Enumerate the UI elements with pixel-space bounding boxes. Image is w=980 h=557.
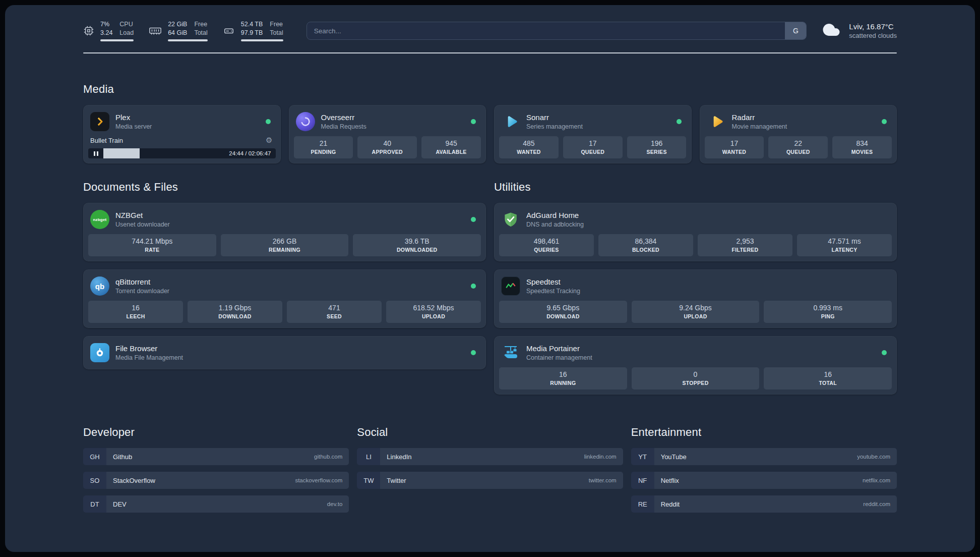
stat-tile: 498,461 QUERIES — [499, 234, 594, 256]
service-name[interactable]: File Browser — [115, 344, 183, 353]
bookmark-domain: linkedin.com — [584, 454, 617, 460]
search-input[interactable] — [307, 22, 807, 40]
service-name[interactable]: Plex — [115, 113, 152, 122]
bookmark-twitter[interactable]: TW Twitter twitter.com — [357, 472, 623, 489]
service-name[interactable]: Overseerr — [321, 113, 366, 122]
stat-tile: 16 TOTAL — [764, 367, 892, 389]
stat-value: 744.21 Mbps — [90, 237, 214, 245]
service-name[interactable]: Radarr — [732, 113, 787, 122]
plex-icon[interactable] — [90, 112, 109, 131]
bookmark-domain: twitter.com — [589, 477, 617, 483]
stat-value: 16 — [90, 304, 181, 312]
stat-tile: 471 SEED — [287, 301, 382, 323]
stat-value: 618.52 Mbps — [388, 304, 479, 312]
bookmark-github[interactable]: GH Github github.com — [83, 448, 349, 465]
filebrowser-icon[interactable] — [90, 343, 109, 362]
memory-free-label: Free — [194, 20, 207, 29]
stat-value: 266 GB — [223, 237, 347, 245]
bookmark-reddit[interactable]: RE Reddit reddit.com — [631, 495, 897, 513]
service-subtitle: Series management — [526, 123, 583, 130]
bookmark-linkedin[interactable]: LI LinkedIn linkedin.com — [357, 448, 623, 465]
stat-tile: 9.24 Gbps UPLOAD — [632, 301, 760, 323]
pause-icon[interactable] — [88, 148, 103, 158]
gear-icon[interactable]: ⚙ — [266, 137, 272, 144]
stat-tile: 47.571 ms LATENCY — [797, 234, 892, 256]
speedtest-icon[interactable] — [501, 276, 520, 296]
cpu-usage-bar — [100, 39, 134, 41]
stat-label: STOPPED — [634, 380, 758, 386]
memory-usage-bar — [168, 39, 208, 41]
qbittorrent-icon[interactable]: qb — [90, 276, 109, 296]
weather-condition: scattered clouds — [849, 32, 897, 39]
bookmark-abbr: YT — [631, 448, 654, 465]
stat-tile: 744.21 Mbps RATE — [88, 234, 216, 256]
playback-progress-fill — [103, 148, 140, 158]
service-name[interactable]: NZBGet — [115, 211, 170, 220]
nzbget-icon[interactable]: nzbget — [90, 210, 109, 229]
service-name[interactable]: Sonarr — [526, 113, 583, 122]
stat-tile: 39.6 TB DOWNLOADED — [353, 234, 481, 256]
disk-free-value: 52.4 TB — [241, 20, 263, 29]
service-subtitle: Media File Management — [115, 354, 183, 361]
stat-value: 834 — [834, 139, 890, 147]
service-card-qbittorrent: qb qBittorrent Torrent downloader 16 — [83, 269, 486, 328]
bookmark-domain: youtube.com — [857, 454, 890, 460]
stat-label: QUERIES — [501, 247, 592, 253]
memory-free-value: 22 GiB — [168, 20, 187, 29]
bookmark-domain: github.com — [314, 454, 342, 460]
bookmark-abbr: LI — [357, 448, 380, 465]
stat-tile: 196 SERIES — [627, 136, 687, 158]
stat-tile: 1.19 Gbps DOWNLOAD — [188, 301, 282, 323]
status-dot — [677, 119, 682, 124]
section-utilities: Utilities — [494, 181, 897, 395]
status-dot — [882, 350, 887, 355]
service-name[interactable]: AdGuard Home — [526, 211, 584, 220]
cloud-icon — [820, 21, 843, 41]
bookmark-dev[interactable]: DT DEV dev.to — [83, 495, 349, 513]
stat-label: TOTAL — [766, 380, 890, 386]
service-card-filebrowser: File Browser Media File Management — [83, 336, 486, 369]
bookmark-group-entertainment: Entertainment YT YouTube youtube.com NF … — [631, 426, 897, 513]
service-name[interactable]: qBittorrent — [115, 277, 169, 287]
stat-value: 86,384 — [600, 237, 691, 245]
service-name[interactable]: Media Portainer — [526, 344, 592, 353]
stat-value: 1.19 Gbps — [190, 304, 280, 312]
stat-label: UPLOAD — [634, 313, 758, 319]
service-card-adguard: AdGuard Home DNS and adblocking 498,461 … — [494, 203, 897, 261]
stat-value: 498,461 — [501, 237, 592, 245]
playback-progress-bar[interactable]: 24:44 / 02:06:47 — [88, 148, 276, 158]
cpu-load-value: 3.24 — [100, 29, 112, 37]
stat-value: 9.24 Gbps — [634, 304, 758, 312]
service-name[interactable]: Speedtest — [526, 277, 580, 287]
bookmark-domain: netflix.com — [863, 477, 890, 483]
bookmark-stackoverflow[interactable]: SO StackOverflow stackoverflow.com — [83, 472, 349, 489]
search-provider-button[interactable]: G — [785, 22, 806, 39]
sonarr-icon[interactable] — [501, 112, 520, 131]
section-media: Media Plex — [83, 83, 897, 163]
stat-tile: 17 WANTED — [705, 136, 764, 158]
bookmark-domain: dev.to — [327, 501, 342, 507]
bookmark-netflix[interactable]: NF Netflix netflix.com — [631, 472, 897, 489]
cpu-load-label: Load — [119, 29, 134, 37]
stat-label: QUEUED — [770, 149, 826, 155]
stat-value: 17 — [707, 139, 762, 147]
memory-total-value: 64 GiB — [168, 29, 187, 37]
overseerr-icon[interactable] — [296, 112, 315, 131]
stat-label: QUEUED — [565, 149, 621, 155]
radarr-icon[interactable] — [707, 112, 726, 131]
service-subtitle: Movie management — [732, 123, 787, 130]
adguard-icon[interactable] — [501, 210, 520, 229]
stat-label: PENDING — [296, 149, 351, 155]
weather-widget: Lviv, 16.87°C scattered clouds — [820, 21, 897, 41]
stat-value: 471 — [289, 304, 380, 312]
stat-value: 16 — [766, 370, 890, 378]
stat-label: PING — [766, 313, 890, 319]
status-dot — [471, 350, 476, 355]
portainer-icon[interactable] — [501, 343, 520, 362]
stat-value: 21 — [296, 139, 351, 147]
stat-label: WANTED — [707, 149, 762, 155]
stat-tile: 21 PENDING — [294, 136, 353, 158]
bookmark-youtube[interactable]: YT YouTube youtube.com — [631, 448, 897, 465]
bookmark-abbr: RE — [631, 495, 654, 513]
search-bar: G — [307, 22, 807, 40]
